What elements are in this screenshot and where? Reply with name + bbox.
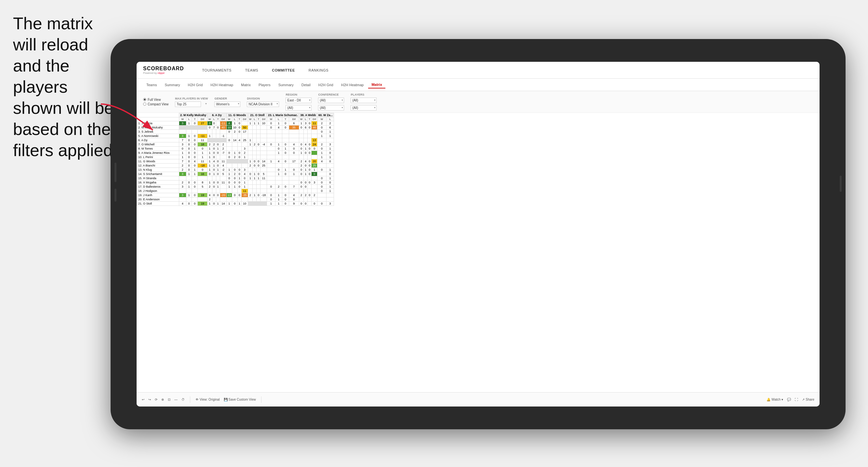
players-filter: Players (All) (All) [350, 93, 377, 111]
sub-nav-matrix2[interactable]: Matrix [368, 81, 385, 89]
matrix-area[interactable]: 2. M Kelly Mulcahy 6. A Dy 11. G Woods 2… [136, 113, 819, 393]
players-select[interactable]: (All) [350, 98, 377, 103]
cell: 1 [317, 155, 326, 159]
sub-nav-matrix1[interactable]: Matrix [238, 82, 254, 88]
players-sub-select[interactable]: (All) [350, 105, 377, 111]
sub-h-t5: T [282, 117, 289, 121]
cell: 1 [208, 181, 212, 185]
cell: 0 [317, 176, 326, 181]
cell [238, 143, 241, 147]
cell: 4 [192, 159, 198, 163]
cell [267, 189, 275, 193]
nav-tournaments[interactable]: TOURNAMENTS [200, 67, 234, 73]
sub-nav-teams[interactable]: Teams [143, 82, 160, 88]
fit-button[interactable]: ⊡ [168, 398, 170, 401]
cell: 1 [248, 138, 253, 143]
cell [317, 163, 326, 168]
cell: 6 [326, 126, 334, 130]
cell [257, 130, 260, 134]
timer-button[interactable]: ⏱ [182, 398, 185, 401]
logo-title: SCOREBOARD [143, 66, 184, 71]
cell: 4 [208, 193, 212, 197]
sub-nav-h2h-heatmap2[interactable]: H2H Heatmap [338, 82, 367, 88]
cell [216, 130, 220, 134]
cell [220, 185, 226, 189]
sub-nav-h2h-grid2[interactable]: H2H Grid [315, 82, 337, 88]
cell: 0 [186, 138, 192, 143]
separator-button[interactable]: — [174, 398, 178, 401]
cell: 0 [253, 159, 257, 163]
cell: 1 [232, 121, 238, 126]
cell: 3 [179, 172, 186, 176]
cell: 3 [241, 168, 248, 172]
sub-h-l5: L [275, 117, 282, 121]
region-sub-select[interactable]: (All) [285, 105, 312, 111]
cell [216, 189, 220, 193]
cell: 1 [208, 151, 212, 155]
nav-rankings[interactable]: RANKINGS [307, 67, 331, 73]
sub-nav-summary2[interactable]: Summary [275, 82, 297, 88]
cell: 1 [208, 134, 212, 138]
expand-button[interactable]: ⛶ [795, 398, 798, 401]
cell: 0 [299, 168, 304, 172]
conference-select[interactable]: (All) [318, 98, 344, 103]
gender-select[interactable]: Women's Men's [214, 101, 240, 107]
cell: 1 [212, 172, 216, 176]
cell: 10 [226, 126, 232, 130]
nav-committee[interactable]: COMMITTEE [270, 67, 297, 73]
nav-teams[interactable]: TEAMS [243, 67, 260, 73]
view-original-button[interactable]: 👁 View: Original [195, 398, 220, 401]
cell: 0 [212, 193, 216, 197]
max-players-select[interactable]: Top 25 Top 50 All [175, 101, 201, 107]
cell: 0 [186, 168, 192, 172]
cell: 1 [326, 147, 334, 151]
share-button[interactable]: ↗ Share [802, 398, 814, 401]
cell: 4 [289, 193, 299, 197]
cell: 0 [232, 176, 238, 181]
undo-button[interactable]: ↩ [142, 398, 145, 401]
cell: 0 [308, 121, 312, 126]
logo-sub: Powered by clippd [143, 71, 184, 74]
full-view-radio[interactable]: Full View [143, 98, 168, 101]
cell [267, 168, 275, 172]
cell: 0 [186, 155, 192, 159]
cell [312, 176, 317, 181]
cell: 1 [186, 121, 192, 126]
sub-nav-detail[interactable]: Detail [298, 82, 314, 88]
save-custom-button[interactable]: 💾 Save Custom View [224, 398, 256, 401]
region-select[interactable]: East - DII West - DII [285, 98, 312, 103]
zoom-button[interactable]: ⊕ [161, 398, 164, 401]
sub-nav-h2h-heatmap1[interactable]: H2H Heatmap [207, 82, 237, 88]
comment-button[interactable]: 💬 [787, 398, 791, 401]
cell: 2 [232, 155, 238, 159]
sub-nav-summary1[interactable]: Summary [161, 82, 183, 88]
cell: 0 [299, 185, 304, 189]
cell [192, 197, 198, 201]
sub-h-l7: L [326, 117, 334, 121]
cell: 11 [220, 159, 226, 163]
sub-nav-players[interactable]: Players [255, 82, 274, 88]
cell [238, 134, 241, 138]
cell [275, 189, 282, 193]
cell: 1 [248, 176, 253, 181]
sub-h-t1: T [192, 117, 198, 121]
cell: 3 [312, 181, 317, 185]
cell: 0 [289, 168, 299, 172]
watch-button[interactable]: 🔔 Watch ▾ [767, 398, 783, 401]
cell: 0 [326, 172, 334, 176]
sub-nav-h2h-grid1[interactable]: H2H Grid [184, 82, 206, 88]
cell: 1 [282, 168, 289, 172]
redo-button[interactable]: ↪ [148, 398, 151, 401]
division-select[interactable]: NCAA Division II NCAA Division I NCAA Di… [247, 101, 279, 107]
refresh-button[interactable]: ⟳ [155, 398, 157, 401]
cell: 3 [179, 185, 186, 189]
cell [257, 155, 260, 159]
cell: 0 [186, 143, 192, 147]
cell [253, 126, 257, 130]
conference-sub-select[interactable]: (All) [318, 105, 344, 111]
cell [212, 197, 216, 201]
cell: 2 [248, 193, 253, 197]
cell [208, 189, 212, 193]
cell [248, 185, 253, 189]
compact-view-radio[interactable]: Compact View [143, 102, 168, 106]
